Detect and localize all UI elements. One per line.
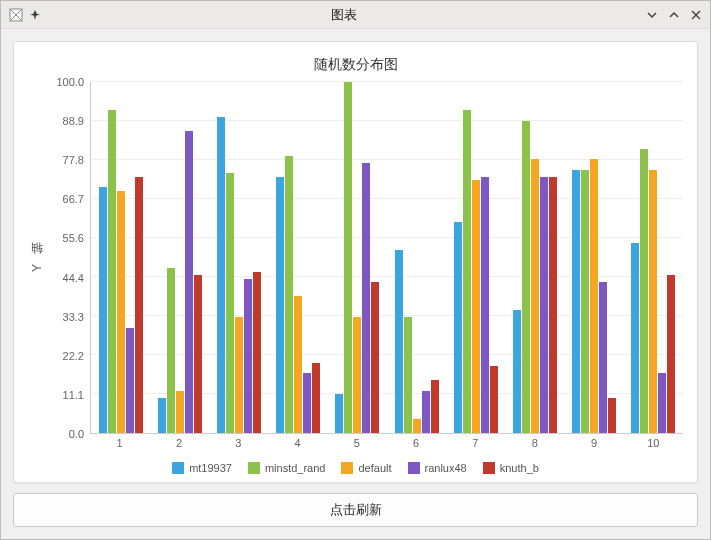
x-tick: 8 bbox=[505, 434, 564, 454]
y-tick: 66.7 bbox=[63, 193, 84, 205]
close-icon[interactable] bbox=[690, 9, 702, 21]
y-tick: 88.9 bbox=[63, 115, 84, 127]
bar-group bbox=[91, 82, 150, 433]
bar bbox=[253, 272, 261, 433]
bar bbox=[590, 159, 598, 433]
app-icon bbox=[9, 8, 23, 22]
bar bbox=[463, 110, 471, 433]
bar bbox=[185, 131, 193, 433]
titlebar-right bbox=[646, 9, 702, 21]
plot-area bbox=[90, 82, 683, 434]
x-tick: 3 bbox=[209, 434, 268, 454]
x-tick: 9 bbox=[564, 434, 623, 454]
bar bbox=[217, 117, 225, 433]
bar bbox=[353, 317, 361, 433]
bar bbox=[404, 317, 412, 433]
bar-group bbox=[150, 82, 209, 433]
y-tick: 11.1 bbox=[63, 389, 84, 401]
bar bbox=[126, 328, 134, 433]
bar bbox=[608, 398, 616, 433]
bar bbox=[658, 373, 666, 433]
x-tick: 2 bbox=[149, 434, 208, 454]
bar bbox=[431, 380, 439, 433]
x-tick: 7 bbox=[446, 434, 505, 454]
bar bbox=[649, 170, 657, 433]
bar bbox=[158, 398, 166, 433]
bar bbox=[413, 419, 421, 433]
bar-group bbox=[209, 82, 268, 433]
bar bbox=[481, 177, 489, 433]
bar bbox=[344, 82, 352, 433]
x-tick: 6 bbox=[386, 434, 445, 454]
bar bbox=[108, 110, 116, 433]
legend-item: minstd_rand bbox=[248, 462, 326, 474]
bar bbox=[167, 268, 175, 433]
x-tick: 4 bbox=[268, 434, 327, 454]
bar bbox=[117, 191, 125, 433]
bar-group bbox=[446, 82, 505, 433]
plot-wrap: Y轴 0.011.122.233.344.455.666.777.888.910… bbox=[28, 82, 683, 454]
bar bbox=[244, 279, 252, 433]
legend-item: mt19937 bbox=[172, 462, 232, 474]
pin-icon[interactable] bbox=[29, 9, 41, 21]
bar bbox=[395, 250, 403, 433]
legend: mt19937minstd_randdefaultranlux48knuth_b bbox=[28, 454, 683, 476]
y-tick: 0.0 bbox=[69, 428, 84, 440]
bar bbox=[285, 156, 293, 433]
bar bbox=[335, 394, 343, 433]
legend-item: default bbox=[341, 462, 391, 474]
bar bbox=[640, 149, 648, 433]
bar bbox=[226, 173, 234, 433]
legend-swatch bbox=[483, 462, 495, 474]
bar bbox=[667, 275, 675, 433]
y-tick: 100.0 bbox=[56, 76, 84, 88]
bar-group bbox=[505, 82, 564, 433]
x-ticks: 12345678910 bbox=[90, 434, 683, 454]
legend-label: knuth_b bbox=[500, 462, 539, 474]
app-window: 图表 随机数分布图 Y轴 0.011.122.233.344.455. bbox=[0, 0, 711, 540]
bar bbox=[472, 180, 480, 433]
legend-swatch bbox=[172, 462, 184, 474]
bar-group bbox=[624, 82, 683, 433]
bar bbox=[572, 170, 580, 433]
plot-and-x: 0.011.122.233.344.455.666.777.888.9100.0… bbox=[46, 82, 683, 454]
titlebar-left bbox=[9, 8, 41, 22]
legend-swatch bbox=[341, 462, 353, 474]
titlebar: 图表 bbox=[1, 1, 710, 29]
bar bbox=[522, 121, 530, 433]
bar bbox=[422, 391, 430, 433]
chart-card: 随机数分布图 Y轴 0.011.122.233.344.455.666.777.… bbox=[13, 41, 698, 483]
bar bbox=[194, 275, 202, 433]
y-tick: 55.6 bbox=[63, 232, 84, 244]
bar bbox=[294, 296, 302, 433]
bar bbox=[540, 177, 548, 433]
bar bbox=[235, 317, 243, 433]
legend-label: mt19937 bbox=[189, 462, 232, 474]
maximize-icon[interactable] bbox=[668, 9, 680, 21]
bar bbox=[362, 163, 370, 433]
bar bbox=[312, 363, 320, 433]
bar bbox=[599, 282, 607, 433]
minimize-icon[interactable] bbox=[646, 9, 658, 21]
legend-label: default bbox=[358, 462, 391, 474]
x-tick: 5 bbox=[327, 434, 386, 454]
bar bbox=[549, 177, 557, 433]
bar bbox=[135, 177, 143, 433]
y-tick: 22.2 bbox=[63, 350, 84, 362]
bar bbox=[99, 187, 107, 433]
bar bbox=[531, 159, 539, 433]
bar-group bbox=[269, 82, 328, 433]
bar bbox=[454, 222, 462, 433]
legend-label: ranlux48 bbox=[425, 462, 467, 474]
y-ticks: 0.011.122.233.344.455.666.777.888.9100.0 bbox=[46, 82, 90, 434]
bar bbox=[581, 170, 589, 433]
refresh-button[interactable]: 点击刷新 bbox=[13, 493, 698, 527]
bar bbox=[303, 373, 311, 433]
bar bbox=[176, 391, 184, 433]
bar bbox=[276, 177, 284, 433]
bar-group bbox=[328, 82, 387, 433]
content-area: 随机数分布图 Y轴 0.011.122.233.344.455.666.777.… bbox=[1, 29, 710, 539]
bar bbox=[490, 366, 498, 433]
legend-swatch bbox=[408, 462, 420, 474]
legend-swatch bbox=[248, 462, 260, 474]
